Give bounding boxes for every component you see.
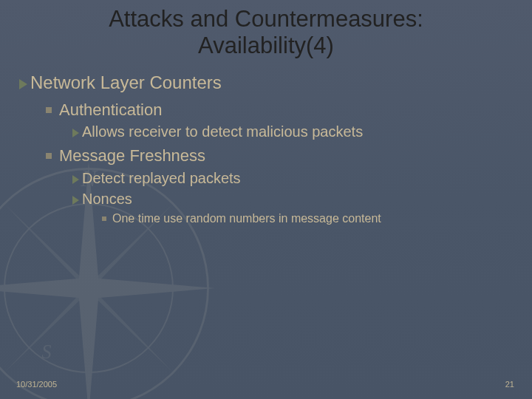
slide: N W S Attacks and Countermeasures: Avail… xyxy=(0,0,532,399)
title-line-1: Attacks and Countermeasures: xyxy=(109,6,423,32)
square-bullet-icon xyxy=(46,107,52,113)
bullet-level-2: Message Freshness xyxy=(46,146,517,166)
triangle-bullet-icon xyxy=(72,129,79,137)
bullet-text: Nonces xyxy=(82,191,132,207)
bullet-level-3: Nonces xyxy=(72,190,517,208)
square-bullet-icon xyxy=(46,153,52,159)
bullet-level-3: Detect replayed packets xyxy=(72,169,517,188)
slide-title: Attacks and Countermeasures: Availabilit… xyxy=(0,0,532,58)
title-line-2: Availability(4) xyxy=(198,33,334,58)
triangle-bullet-icon xyxy=(19,79,27,89)
svg-marker-3 xyxy=(0,278,215,299)
bullet-level-4: One time use random numbers in message c… xyxy=(102,211,517,226)
svg-point-1 xyxy=(4,204,173,372)
bullet-level-1: Network Layer Counters xyxy=(19,72,517,94)
bullet-level-3: Allows receiver to detect malicious pack… xyxy=(72,123,517,141)
footer-page-number: 21 xyxy=(505,380,514,389)
square-bullet-icon xyxy=(102,216,106,221)
bullet-level-2: Authentication xyxy=(46,100,517,120)
bullet-text: Authentication xyxy=(59,100,162,119)
bullet-text: Network Layer Counters xyxy=(30,72,222,92)
bullet-text: Allows receiver to detect malicious pack… xyxy=(82,123,363,140)
svg-text:S: S xyxy=(41,341,51,363)
triangle-bullet-icon xyxy=(72,196,79,205)
slide-content: Network Layer Counters Authentication Al… xyxy=(19,72,517,226)
footer-date: 10/31/2005 xyxy=(16,380,57,389)
bullet-text: One time use random numbers in message c… xyxy=(112,212,381,225)
triangle-bullet-icon xyxy=(72,175,79,184)
bullet-text: Detect replayed packets xyxy=(82,170,241,186)
bullet-text: Message Freshness xyxy=(59,146,205,165)
svg-marker-4 xyxy=(4,204,173,372)
svg-marker-5 xyxy=(4,204,173,372)
